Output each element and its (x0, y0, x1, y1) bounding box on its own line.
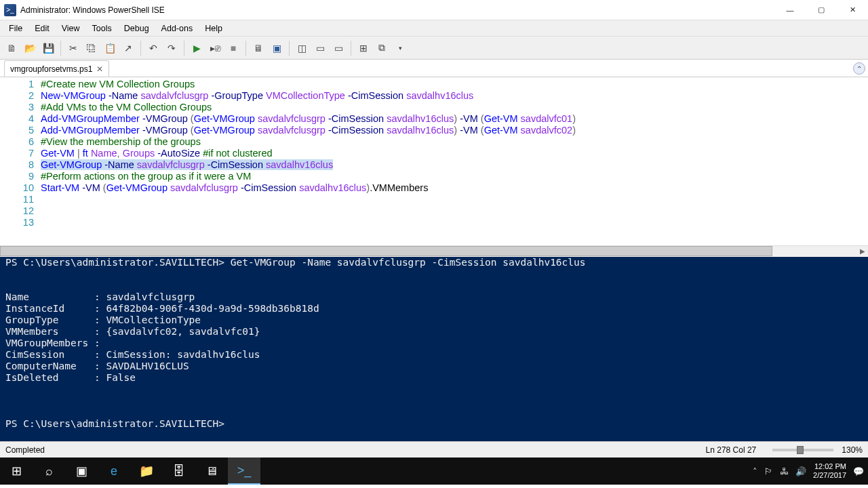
open-icon[interactable]: 📂 (21, 39, 39, 57)
menu-view[interactable]: View (56, 22, 86, 35)
zoom-slider[interactable] (772, 449, 833, 451)
remote-icon[interactable]: 🖥 (250, 39, 267, 57)
search-icon[interactable]: ⌕ (33, 458, 65, 485)
panel2-icon[interactable]: ▭ (311, 39, 329, 57)
server-manager-icon[interactable]: 🗄 (163, 458, 195, 485)
tray-network-icon[interactable]: 🖧 (780, 466, 789, 476)
app-icon: >_ (4, 4, 16, 16)
window-title: Administrator: Windows PowerShell ISE (20, 5, 774, 15)
start-button[interactable]: ⊞ (0, 458, 33, 485)
minimize-button[interactable]: ― (774, 0, 806, 20)
expand-script-icon[interactable]: ⌃ (853, 62, 865, 75)
menu-help[interactable]: Help (199, 22, 229, 35)
menu-edit[interactable]: Edit (28, 22, 56, 35)
run-selection-icon[interactable]: ▸⎚ (206, 39, 224, 57)
hyperv-icon[interactable]: 🖥 (195, 458, 228, 485)
toolbar: 🗎 📂 💾 ✂ ⿻ 📋 ↗ ↶ ↷ ▶ ▸⎚ ■ 🖥 ▣ ◫ ▭ ▭ ⊞ ⧉ ▾ (0, 37, 868, 60)
zoom-thumb[interactable] (797, 446, 804, 454)
system-tray: ˄ 🏳 🖧 🔊 12:02 PM 2/27/2017 💬 (753, 462, 868, 480)
code-area[interactable]: #Create new VM Collection GroupsNew-VMGr… (41, 77, 868, 245)
tray-up-icon[interactable]: ˄ (753, 466, 757, 476)
zoom-level: 130% (842, 445, 863, 455)
date: 2/27/2017 (813, 471, 846, 480)
status-bar: Completed Ln 278 Col 27 130% (0, 441, 868, 458)
menu-file[interactable]: File (3, 22, 28, 35)
menu-tools[interactable]: Tools (86, 22, 118, 35)
maximize-button[interactable]: ▢ (806, 0, 837, 20)
time: 12:02 PM (813, 462, 846, 471)
task-view-icon[interactable]: ▣ (65, 458, 98, 485)
undo-icon[interactable]: ↶ (144, 39, 162, 57)
scroll-right-icon[interactable]: ▶ (856, 246, 868, 256)
scrollbar-thumb[interactable] (0, 246, 772, 256)
titlebar: >_ Administrator: Windows PowerShell ISE… (0, 0, 868, 20)
explorer-icon[interactable]: 📁 (130, 458, 163, 485)
status-text: Completed (5, 445, 706, 455)
notifications-icon[interactable]: 💬 (853, 466, 864, 476)
panel1-icon[interactable]: ◫ (293, 39, 311, 57)
tab-close-icon[interactable]: ✕ (96, 64, 103, 74)
tab-name: vmgroupforsetvms.ps1 (10, 64, 92, 74)
editor-hscrollbar[interactable]: ▶ (0, 245, 868, 257)
paste-icon[interactable]: 📋 (101, 39, 119, 57)
run-icon[interactable]: ▶ (188, 39, 205, 57)
window-buttons: ― ▢ ✕ (774, 0, 868, 20)
copy-icon[interactable]: ⿻ (83, 39, 100, 57)
ie-icon[interactable]: e (98, 458, 130, 485)
console-pane[interactable]: PS C:\Users\administrator.SAVILLTECH> Ge… (0, 257, 868, 441)
cut-icon[interactable]: ✂ (64, 39, 82, 57)
new-icon[interactable]: 🗎 (3, 39, 20, 57)
clock[interactable]: 12:02 PM 2/27/2017 (813, 462, 846, 480)
menubar: File Edit View Tools Debug Add-ons Help (0, 20, 868, 37)
script-editor[interactable]: 12345678910111213 #Create new VM Collect… (0, 77, 868, 245)
show-command-icon[interactable]: ⧉ (373, 39, 391, 57)
tray-sound-icon[interactable]: 🔊 (795, 466, 806, 476)
tab-script[interactable]: vmgroupforsetvms.ps1 ✕ (4, 60, 109, 77)
line-gutter: 12345678910111213 (0, 77, 41, 245)
powershell-ise-icon[interactable]: >_ (228, 458, 260, 485)
taskbar: ⊞ ⌕ ▣ e 📁 🗄 🖥 >_ ˄ 🏳 🖧 🔊 12:02 PM 2/27/2… (0, 458, 868, 485)
command-addon-icon[interactable]: ⊞ (355, 39, 372, 57)
redo-icon[interactable]: ↷ (163, 39, 180, 57)
menu-addons[interactable]: Add-ons (155, 22, 199, 35)
toolbar-dropdown-icon[interactable]: ▾ (391, 39, 409, 57)
panel3-icon[interactable]: ▭ (330, 39, 347, 57)
tab-bar: vmgroupforsetvms.ps1 ✕ ⌃ (0, 60, 868, 77)
clear-icon[interactable]: ↗ (119, 39, 137, 57)
save-icon[interactable]: 💾 (39, 39, 57, 57)
close-button[interactable]: ✕ (837, 0, 868, 20)
tray-flag-icon[interactable]: 🏳 (764, 466, 773, 476)
powershell-icon[interactable]: ▣ (268, 39, 285, 57)
stop-icon[interactable]: ■ (224, 39, 242, 57)
cursor-position: Ln 278 Col 27 (706, 445, 757, 455)
menu-debug[interactable]: Debug (118, 22, 155, 35)
